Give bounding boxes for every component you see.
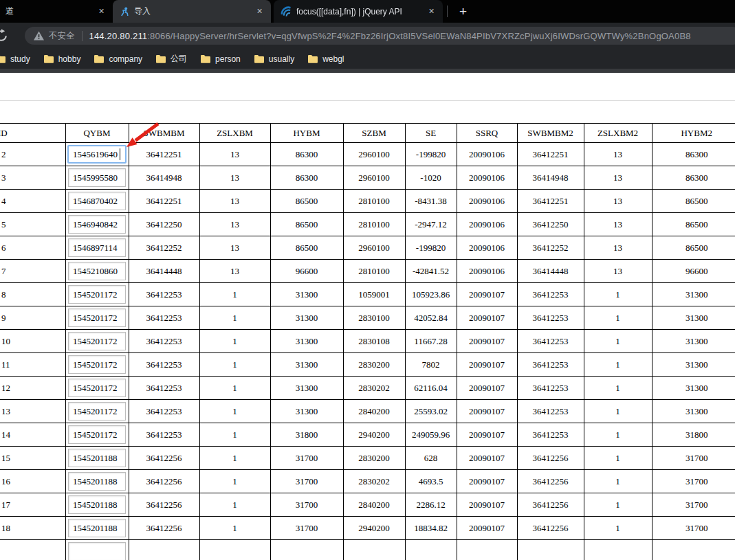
cell-id: 11: [0, 353, 65, 377]
cell-id: 4: [0, 190, 65, 213]
bookmark-item-hobby[interactable]: hobby: [43, 54, 81, 64]
reload-icon[interactable]: [0, 29, 8, 43]
tab-import-active[interactable]: 导入 ×: [113, 0, 271, 23]
qybm-input[interactable]: [68, 472, 126, 491]
cell-swbmbm: 36412253: [129, 306, 199, 330]
cell-szbm: 2830200: [343, 447, 405, 470]
cell-swbmbm: 36412253: [129, 283, 199, 306]
qybm-input[interactable]: [68, 168, 126, 187]
cell-hybm: 86500: [270, 213, 343, 236]
cell-id: 16: [0, 470, 65, 493]
table-row: 14364122531318002940200249059.9620090107…: [0, 423, 735, 447]
bookmark-item-person[interactable]: person: [200, 54, 241, 64]
cell-zslxbm: 1: [199, 447, 270, 470]
url-path: :8066/HappyServer/hrServlet?v=qgVfwpS%2F…: [147, 31, 690, 41]
cell-zslxbm2: 13: [584, 143, 652, 166]
cell-hybm: [270, 540, 343, 560]
qybm-input[interactable]: [68, 402, 126, 421]
cell-ssrq: 20090106: [457, 166, 517, 190]
cell-szbm: 2840200: [343, 493, 405, 517]
cell-swbmbm2: 36412253: [517, 423, 584, 447]
security-label: 不安全: [49, 30, 75, 42]
cell-se: -8431.38: [405, 190, 457, 213]
qybm-input[interactable]: [68, 379, 126, 397]
bookmark-item-公司[interactable]: 公司: [155, 53, 187, 65]
qybm-input[interactable]: [68, 262, 126, 280]
qybm-input[interactable]: [68, 495, 126, 514]
cell-zslxbm2: 13: [584, 213, 652, 236]
cell-swbmbm2: 36412252: [517, 236, 584, 260]
cell-zslxbm: 1: [199, 470, 270, 493]
table-row: 43641225113865002810100-8431.38200901063…: [0, 190, 735, 213]
cell-se: 628: [405, 447, 457, 470]
qybm-input-focused[interactable]: [67, 145, 127, 164]
cell-qybm: [65, 166, 129, 190]
security-badge[interactable]: 不安全: [34, 30, 75, 42]
qybm-input[interactable]: [68, 332, 126, 350]
bookmark-item-study[interactable]: study: [0, 54, 30, 64]
bookmarks-bar: studyhobbycompany公司personusuallywebgl: [0, 49, 735, 69]
qybm-input[interactable]: [68, 519, 126, 537]
bookmark-label: usually: [269, 54, 294, 64]
cell-qybm: [65, 190, 129, 213]
folder-icon: [155, 54, 166, 63]
cell-szbm: 2840200: [343, 400, 405, 423]
cell-hybm: 31300: [270, 283, 343, 306]
cell-qybm: [65, 330, 129, 353]
cell-swbmbm2: 36412250: [517, 213, 584, 236]
table-row-partial: [0, 540, 735, 560]
table-row: 63641225213865002960100-1998202009010636…: [0, 236, 735, 260]
chrome-bottom-strip: [0, 69, 735, 73]
cell-qybm: [65, 377, 129, 400]
folder-icon: [254, 54, 265, 63]
cell-swbmbm2: 36412251: [517, 143, 584, 166]
tab-channel[interactable]: 道 ×: [0, 0, 113, 23]
qybm-input[interactable]: [68, 215, 126, 234]
close-icon[interactable]: ×: [426, 5, 437, 17]
cell-se: 249059.96: [405, 423, 457, 447]
qybm-input[interactable]: [68, 192, 126, 210]
cell-zslxbm: [199, 540, 270, 560]
qybm-input[interactable]: [68, 309, 126, 327]
cell-hybm: 31300: [270, 306, 343, 330]
cell-szbm: 2830100: [343, 306, 405, 330]
cell-hybm: 31700: [270, 517, 343, 540]
bookmark-label: hobby: [58, 54, 81, 64]
cell-qybm: [65, 143, 129, 166]
cell-swbmbm2: 36412253: [517, 400, 584, 423]
cell-hybm: 31700: [270, 470, 343, 493]
close-icon[interactable]: ×: [96, 5, 107, 17]
qybm-input[interactable]: [68, 355, 126, 374]
cell-swbmbm2: 36412256: [517, 447, 584, 470]
cell-zslxbm: 13: [199, 166, 270, 190]
cell-hybm: 86300: [270, 143, 343, 166]
cell-hybm2: 86500: [652, 236, 735, 260]
cell-qybm: [65, 236, 129, 260]
qybm-input[interactable]: [68, 425, 126, 444]
cell-hybm2: 31700: [652, 470, 735, 493]
cell-zslxbm: 13: [199, 213, 270, 236]
bookmark-item-usually[interactable]: usually: [254, 54, 294, 64]
cell-hybm: 96600: [270, 260, 343, 283]
qybm-input[interactable]: [68, 449, 126, 467]
col-header-szbm: SZBM: [343, 124, 405, 143]
jquery-icon: [281, 6, 292, 17]
cell-id: 2: [0, 143, 65, 166]
new-tab-button[interactable]: +: [454, 5, 472, 18]
cell-swbmbm: 36414448: [129, 260, 199, 283]
cell-szbm: 2960100: [343, 143, 405, 166]
close-icon[interactable]: ×: [254, 5, 265, 17]
address-bar[interactable]: 不安全 144.20.80.211 :8066/HappyServer/hrSe…: [25, 27, 735, 45]
bookmark-item-webgl[interactable]: webgl: [307, 54, 344, 64]
qybm-input[interactable]: [68, 542, 126, 560]
cell-swbmbm: 36412253: [129, 423, 199, 447]
cell-id: 15: [0, 447, 65, 470]
cell-qybm: [65, 423, 129, 447]
qybm-input[interactable]: [68, 238, 126, 257]
cell-hybm2: 86300: [652, 166, 735, 190]
cell-id: 13: [0, 400, 65, 423]
tab-jquery-api[interactable]: focus([[data],fn]) | jQuery API ×: [274, 0, 443, 23]
col-header-zslxbm: ZSLXBM: [199, 124, 270, 143]
bookmark-item-company[interactable]: company: [94, 54, 142, 64]
qybm-input[interactable]: [68, 285, 126, 304]
